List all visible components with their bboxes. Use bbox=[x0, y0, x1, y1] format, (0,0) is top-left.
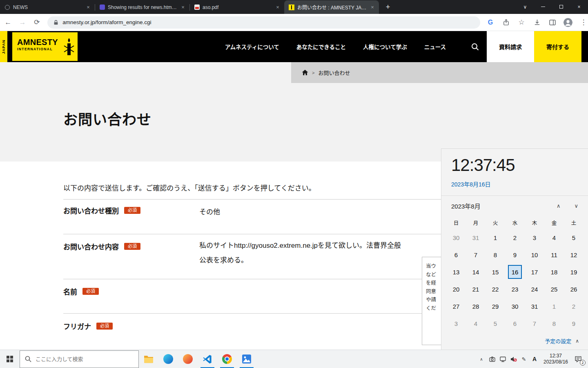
calendar-day[interactable]: 28 bbox=[466, 298, 486, 315]
tab-nu-checker[interactable]: Showing results for news.html - N × bbox=[95, 0, 189, 14]
calendar-day[interactable]: 7 bbox=[525, 315, 544, 332]
calendar-day[interactable]: 19 bbox=[564, 263, 584, 280]
calendar-next-icon[interactable]: ∨ bbox=[574, 203, 578, 209]
calendar-day[interactable]: 23 bbox=[505, 280, 525, 298]
calendar-day[interactable]: 10 bbox=[525, 246, 544, 263]
calendar-day[interactable]: 3 bbox=[525, 229, 544, 246]
tab-news[interactable]: NEWS × bbox=[0, 0, 95, 14]
side-panel-icon[interactable] bbox=[548, 18, 557, 27]
calendar-prev-icon[interactable]: ∧ bbox=[557, 203, 561, 209]
calendar-day[interactable]: 1 bbox=[486, 229, 505, 246]
amnesty-logo[interactable]: AMNESTY INTERNATIONAL bbox=[12, 32, 78, 61]
calendar-day[interactable]: 4 bbox=[544, 229, 564, 246]
minimize-button[interactable] bbox=[534, 0, 552, 13]
share-icon[interactable] bbox=[501, 18, 510, 27]
taskbar-search[interactable] bbox=[20, 350, 139, 368]
calendar-day[interactable]: 18 bbox=[544, 263, 564, 280]
back-button[interactable]: ← bbox=[2, 16, 14, 29]
collapse-icon[interactable]: ∧ bbox=[575, 338, 579, 344]
tab-amnesty-active[interactable]: お問い合わせ : AMNESTY JAPAN × bbox=[284, 0, 379, 14]
calendar-day[interactable]: 27 bbox=[446, 298, 466, 315]
calendar-day[interactable]: 22 bbox=[486, 280, 505, 298]
calendar-day[interactable]: 25 bbox=[544, 280, 564, 298]
calendar-day[interactable]: 9 bbox=[505, 246, 525, 263]
calendar-day[interactable]: 8 bbox=[486, 246, 505, 263]
site-search-button[interactable] bbox=[463, 31, 487, 62]
profile-avatar[interactable] bbox=[564, 18, 572, 27]
calendar-day[interactable]: 26 bbox=[564, 280, 584, 298]
calendar-day[interactable]: 20 bbox=[446, 280, 466, 298]
reload-button[interactable]: ⟳ bbox=[31, 16, 43, 29]
window-controls: ∨ × bbox=[516, 0, 588, 13]
nav-about[interactable]: アムネスティについて bbox=[225, 43, 279, 51]
calendar-day[interactable]: 13 bbox=[446, 263, 466, 280]
tab-close-icon[interactable]: × bbox=[85, 4, 91, 11]
new-tab-button[interactable]: + bbox=[382, 1, 394, 13]
bookmark-star-icon[interactable]: ☆ bbox=[517, 18, 526, 27]
calendar-day[interactable]: 12 bbox=[564, 246, 584, 263]
address-bar[interactable]: amnesty.or.jp/form/aform_engine.cgi bbox=[47, 16, 480, 29]
action-center-icon[interactable]: 2 bbox=[572, 350, 585, 368]
tray-clock[interactable]: 12:37 2023/08/16 bbox=[541, 353, 570, 365]
calendar-day[interactable]: 17 bbox=[525, 263, 544, 280]
edge-button[interactable] bbox=[158, 350, 178, 368]
calendar-day[interactable]: 2 bbox=[564, 298, 584, 315]
calendar-day[interactable]: 30 bbox=[446, 229, 466, 246]
calendar-day[interactable]: 31 bbox=[525, 298, 544, 315]
nav-news[interactable]: ニュース bbox=[424, 43, 446, 51]
tab-search-icon[interactable]: ∨ bbox=[516, 0, 534, 13]
calendar-day[interactable]: 6 bbox=[446, 246, 466, 263]
calendar-day[interactable]: 5 bbox=[486, 315, 505, 332]
calendar-day[interactable]: 1 bbox=[544, 298, 564, 315]
calendar-day[interactable]: 3 bbox=[446, 315, 466, 332]
home-icon[interactable] bbox=[302, 70, 308, 76]
ime-mode-indicator[interactable]: A bbox=[529, 350, 540, 368]
calendar-day[interactable]: 29 bbox=[486, 298, 505, 315]
close-button[interactable]: × bbox=[570, 0, 588, 13]
calendar-day[interactable]: 7 bbox=[466, 246, 486, 263]
taskbar-search-input[interactable] bbox=[36, 356, 125, 362]
chrome-button[interactable] bbox=[217, 350, 237, 368]
volume-muted-icon[interactable] bbox=[508, 350, 519, 368]
calendar-day[interactable]: 14 bbox=[466, 263, 486, 280]
file-explorer-button[interactable] bbox=[139, 350, 158, 368]
calendar-day[interactable]: 30 bbox=[505, 298, 525, 315]
calendar-day[interactable]: 5 bbox=[564, 229, 584, 246]
calendar-day[interactable]: 9 bbox=[564, 315, 584, 332]
camera-icon[interactable] bbox=[487, 350, 497, 368]
tab-close-icon[interactable]: × bbox=[180, 4, 186, 11]
nav-what-you-can-do[interactable]: あなたにできること bbox=[296, 43, 346, 51]
calendar-day[interactable]: 8 bbox=[544, 315, 564, 332]
calendar-day-today[interactable]: 16 bbox=[505, 263, 525, 280]
pen-icon[interactable]: ✎ bbox=[519, 350, 529, 368]
agenda-settings-link[interactable]: 予定の設定 bbox=[545, 337, 571, 345]
calendar-day[interactable]: 4 bbox=[466, 315, 486, 332]
download-icon[interactable] bbox=[532, 18, 541, 27]
tab-close-icon[interactable]: × bbox=[369, 4, 376, 11]
checker-favicon bbox=[99, 4, 105, 11]
tab-close-icon[interactable]: × bbox=[274, 4, 281, 11]
firefox-button[interactable] bbox=[178, 350, 198, 368]
hidden-icons-chevron[interactable]: ∧ bbox=[476, 350, 487, 368]
calendar-day[interactable]: 31 bbox=[466, 229, 486, 246]
network-icon[interactable] bbox=[497, 350, 508, 368]
calendar-day[interactable]: 11 bbox=[544, 246, 564, 263]
photos-button[interactable] bbox=[237, 350, 256, 368]
calendar-day[interactable]: 15 bbox=[486, 263, 505, 280]
start-button[interactable] bbox=[0, 350, 20, 368]
tab-pdf[interactable]: aso.pdf × bbox=[189, 0, 284, 14]
vscode-button[interactable] bbox=[198, 350, 217, 368]
maximize-button[interactable] bbox=[552, 0, 570, 13]
menu-kebab-icon[interactable]: ⋮ bbox=[579, 18, 588, 27]
forward-button[interactable]: → bbox=[16, 16, 29, 29]
nav-learn-human-rights[interactable]: 人権について学ぶ bbox=[363, 43, 407, 51]
calendar-day[interactable]: 24 bbox=[525, 280, 544, 298]
calendar-day[interactable]: 21 bbox=[466, 280, 486, 298]
calendar-day[interactable]: 6 bbox=[505, 315, 525, 332]
google-icon[interactable]: G bbox=[486, 18, 495, 27]
donate-button[interactable]: 寄付する bbox=[534, 31, 581, 62]
required-badge: 必須 bbox=[124, 243, 140, 250]
request-docs-button[interactable]: 資料請求 bbox=[487, 31, 534, 62]
clock-date-link[interactable]: 2023年8月16日 bbox=[451, 180, 491, 188]
calendar-day[interactable]: 2 bbox=[505, 229, 525, 246]
